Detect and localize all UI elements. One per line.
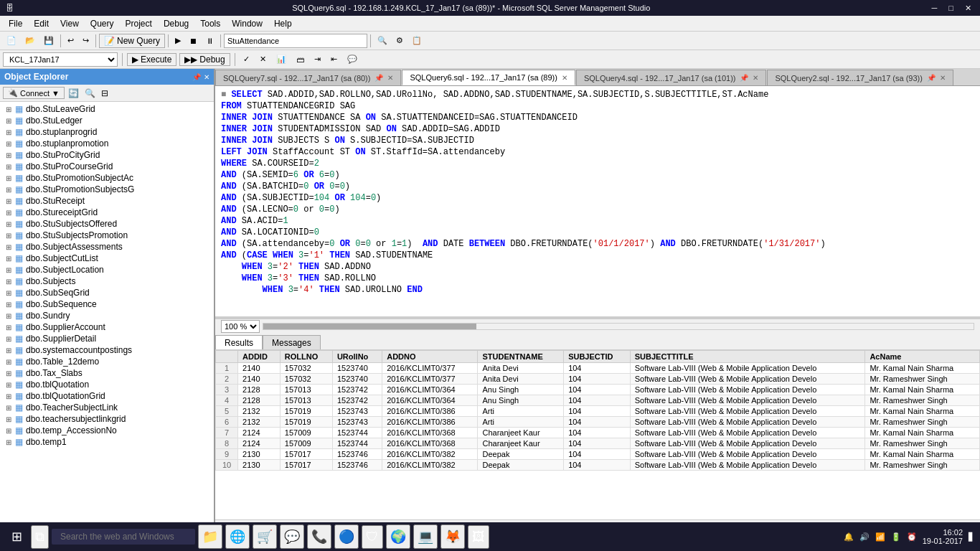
tree-item[interactable]: ⊞▦dbo.StureceiptGrid <box>0 207 214 218</box>
close-panel-button[interactable]: ✕ <box>204 73 209 81</box>
open-btn[interactable]: 📂 <box>22 33 39 49</box>
connect-button[interactable]: 🔌 Connect ▼ <box>3 87 65 99</box>
tree-item[interactable]: ⊞▦dbo.StuPromotionSubjectAc <box>0 172 214 184</box>
menu-tools[interactable]: Tools <box>194 17 226 30</box>
tree-item[interactable]: ⊞▦dbo.SupplierDetail <box>0 333 214 344</box>
maximize-button[interactable]: □ <box>946 4 956 13</box>
tree-item[interactable]: ⊞▦dbo.tblQuotation <box>0 379 214 390</box>
show-desktop-btn[interactable]: ▋ <box>969 532 974 542</box>
database-search-input[interactable] <box>224 34 367 48</box>
skype2-btn[interactable]: 📞 <box>307 524 331 549</box>
tree-item[interactable]: ⊞▦dbo.StuSubjectsPromotion <box>0 230 214 241</box>
menu-edit[interactable]: Edit <box>28 17 55 30</box>
refresh-explorer-btn[interactable]: 🔄 <box>66 86 81 100</box>
tree-item[interactable]: ⊞▦dbo.SubjectCutList <box>0 253 214 264</box>
table-row[interactable]: 8212415700915237442016/KCLIMT0/368Charan… <box>216 438 980 449</box>
tree-item[interactable]: ⊞▦dbo.stuplanpromotion <box>0 138 214 149</box>
table-row[interactable]: 4212815701315237422016/KCLIMT0/364Anu Si… <box>216 395 980 406</box>
db-selector[interactable]: KCL_17Jan17 <box>3 52 118 67</box>
edge-btn[interactable]: 🌐 <box>225 524 250 549</box>
results-tab-messages[interactable]: Messages <box>263 335 321 349</box>
tab-sqlquery6[interactable]: SQLQuery6.sql - 192...17_Jan17 (sa (89))… <box>402 70 575 85</box>
tree-item[interactable]: ⊞▦dbo.TeacherSubjectLink <box>0 402 214 413</box>
toolbar-btn-2[interactable]: ⏹ <box>186 33 201 49</box>
store-btn[interactable]: 🛒 <box>253 524 277 549</box>
minimize-button[interactable]: ─ <box>929 4 941 13</box>
close-button[interactable]: ✕ <box>962 4 974 13</box>
db-list-btn[interactable]: 📋 <box>408 33 425 49</box>
tree-item[interactable]: ⊞▦dbo.systemaccountpostings <box>0 344 214 356</box>
undo-btn[interactable]: ↩ <box>64 33 77 49</box>
tree-item[interactable]: ⊞▦dbo.SubjectAssessments <box>0 241 214 253</box>
toolbar-btn-1[interactable]: ▶ <box>171 33 184 49</box>
taskbar-search-input[interactable] <box>52 529 195 545</box>
comment-btn[interactable]: 💬 <box>344 52 361 67</box>
query-editor[interactable]: ■ SELECT SAD.ADDID,SAD.ROLLNO,SAD.URollN… <box>215 86 980 319</box>
table-row[interactable]: 6213215701915237432016/KCLIMT0/386Arti10… <box>216 417 980 428</box>
chrome-btn[interactable]: 🔵 <box>334 524 359 549</box>
execute-button[interactable]: ▶ Execute <box>127 53 176 66</box>
tree-item[interactable]: ⊞▦dbo.StuSubjectsOffered <box>0 218 214 230</box>
tab-sqlquery2[interactable]: SQLQuery2.sql - 192...17_Jan17 (sa (93))… <box>767 70 953 85</box>
photos-btn[interactable]: 🖼 <box>468 525 489 549</box>
start-button[interactable]: ⊞ <box>6 526 28 547</box>
tree-item[interactable]: ⊞▦dbo.tblQuotationGrid <box>0 390 214 402</box>
table-row[interactable]: 2214015703215237402016/KCLIMT0/377Anita … <box>216 374 980 385</box>
tree-item[interactable]: ⊞▦dbo.SubSeqGrid <box>0 287 214 298</box>
menu-project[interactable]: Project <box>120 17 158 30</box>
tab-close-btn[interactable]: ✕ <box>753 74 758 82</box>
debug-button[interactable]: ▶▶ Debug <box>179 53 230 66</box>
include-actual-btn[interactable]: 📊 <box>273 52 290 67</box>
tree-item[interactable]: ⊞▦dbo.Subjects <box>0 276 214 287</box>
tab-sqlquery4[interactable]: SQLQuery4.sql - 192...17_Jan17 (sa (101)… <box>576 70 767 85</box>
tab-close-btn[interactable]: ✕ <box>387 74 393 82</box>
zoom-select[interactable]: 100 % <box>221 320 260 333</box>
vs-btn[interactable]: 💻 <box>413 524 438 549</box>
save-btn[interactable]: 💾 <box>40 33 57 49</box>
db-search-btn[interactable]: 🔍 <box>374 33 391 49</box>
table-row[interactable]: 9213015701715237462016/KCLIMT0/382Deepak… <box>216 449 980 460</box>
collapse-btn[interactable]: ⊟ <box>99 86 110 100</box>
db-nav-btn[interactable]: ⚙ <box>392 33 407 49</box>
tab-sqlquery7[interactable]: SQLQuery7.sql - 192...17_Jan17 (sa (80))… <box>215 70 401 85</box>
tree-item[interactable]: ⊞▦dbo.StuProCourseGrid <box>0 161 214 172</box>
tree-item[interactable]: ⊞▦dbo.teachersubjectlinkgrid <box>0 413 214 425</box>
tree-item[interactable]: ⊞▦dbo.StuLedger <box>0 115 214 126</box>
results-btn[interactable]: 🗃 <box>293 52 308 67</box>
results-tab-results[interactable]: Results <box>215 335 263 349</box>
tree-item[interactable]: ⊞▦dbo.temp1 <box>0 436 214 448</box>
tree-item[interactable]: ⊞▦dbo.StuProCityGrid <box>0 149 214 161</box>
menu-file[interactable]: File <box>3 17 28 30</box>
table-row[interactable]: 5213215701915237432016/KCLIMT0/386Arti10… <box>216 406 980 417</box>
tree-item[interactable]: ⊞▦dbo.Sundry <box>0 310 214 321</box>
pin-button[interactable]: 📌 <box>192 73 201 81</box>
tree-item[interactable]: ⊞▦dbo.StuReceipt <box>0 195 214 207</box>
outdent-btn[interactable]: ⇤ <box>327 52 341 67</box>
table-row[interactable]: 1214015703215237402016/KCLIMT0/377Anita … <box>216 363 980 374</box>
results-table-wrap[interactable]: ADDID ROLLNO URollNo ADDNO STUDENTNAME S… <box>215 350 980 519</box>
table-row[interactable]: 10213015701715237462016/KCLIMT0/382Deepa… <box>216 460 980 471</box>
tree-item[interactable]: ⊞▦dbo.StuLeaveGrid <box>0 103 214 115</box>
cancel-btn[interactable]: ✕ <box>256 52 270 67</box>
file-explorer-btn[interactable]: 📁 <box>198 524 222 549</box>
redo-btn[interactable]: ↪ <box>79 33 93 49</box>
tree-item[interactable]: ⊞▦dbo.stuplanprogrid <box>0 126 214 138</box>
tree-item[interactable]: ⊞▦dbo.Table_12demo <box>0 356 214 367</box>
menu-window[interactable]: Window <box>226 17 268 30</box>
filter-btn[interactable]: 🔍 <box>83 86 98 100</box>
tab-close-btn[interactable]: ✕ <box>940 74 946 82</box>
security-btn[interactable]: 🛡 <box>362 525 383 549</box>
menu-query[interactable]: Query <box>85 17 120 30</box>
tree-item[interactable]: ⊞▦dbo.SubSequence <box>0 298 214 310</box>
tree-item[interactable]: ⊞▦dbo.temp_AccessionNo <box>0 425 214 436</box>
menu-debug[interactable]: Debug <box>158 17 194 30</box>
table-row[interactable]: 7212415700915237442016/KCLIMT0/368Charan… <box>216 428 980 438</box>
tree-item[interactable]: ⊞▦dbo.StuPromotionSubjectsG <box>0 184 214 195</box>
toolbar-btn-3[interactable]: ⏸ <box>202 33 217 49</box>
menu-view[interactable]: View <box>55 17 85 30</box>
table-row[interactable]: 3212815701315237422016/KCLIMT0/364Anu Si… <box>216 385 980 395</box>
parse-btn[interactable]: ✓ <box>240 52 253 67</box>
new-file-btn[interactable]: 📄 <box>3 33 20 49</box>
tab-close-active-btn[interactable]: ✕ <box>562 74 567 82</box>
ie-btn[interactable]: 🌍 <box>386 524 410 549</box>
